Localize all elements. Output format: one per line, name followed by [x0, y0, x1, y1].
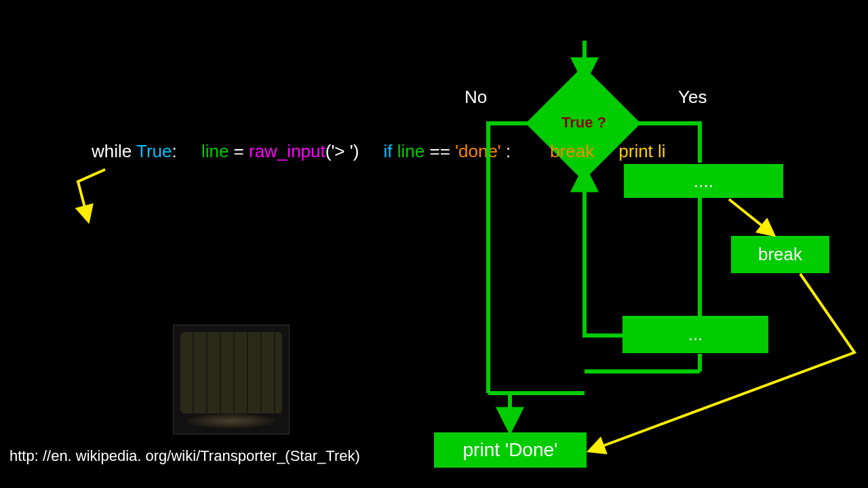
tok-cc: : — [501, 141, 511, 161]
tok-print-arg: li — [658, 141, 666, 161]
code-line: while True: line = raw_input('> ') if li… — [92, 141, 666, 162]
box-print-done: print 'Done' — [434, 432, 587, 468]
svg-line-6 — [729, 199, 773, 235]
tok-while: while — [92, 141, 136, 161]
tok-done-lit: 'done' — [455, 141, 501, 161]
tok-if: if — [384, 141, 397, 161]
tok-line-var: line — [201, 141, 229, 161]
tok-break: break — [550, 141, 594, 161]
label-no: No — [465, 87, 487, 108]
tok-rawinput: raw_input — [249, 141, 326, 161]
transporter-image — [173, 325, 290, 434]
box-action-1: .... — [624, 164, 783, 198]
tok-colon: : — [172, 141, 177, 161]
label-yes: Yes — [678, 87, 707, 108]
tok-cond-var: line — [397, 141, 425, 161]
tok-eq: == — [425, 141, 455, 161]
box-action-2: ... — [623, 316, 768, 353]
tok-assign: = — [229, 141, 249, 161]
decision-text: True ? — [561, 114, 606, 131]
box-break: break — [731, 236, 829, 273]
url-text: http: //en. wikipedia. org/wiki/Transpor… — [9, 447, 360, 465]
tok-true: True — [136, 141, 172, 161]
tok-arg: ('> ') — [326, 141, 359, 161]
tok-print: print — [618, 141, 658, 161]
